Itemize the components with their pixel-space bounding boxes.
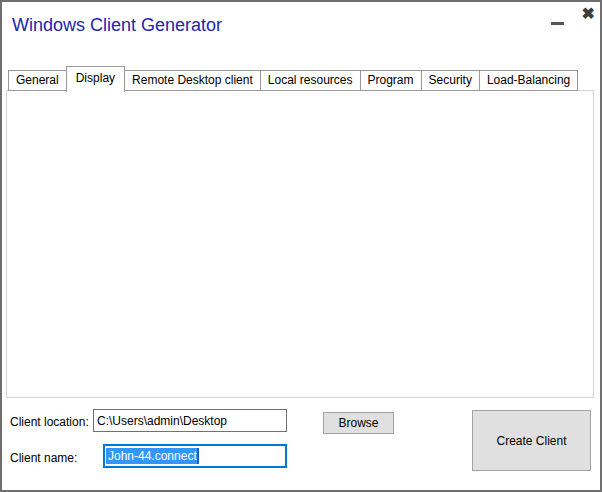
tab-bar: General Display Remote Desktop client Lo… — [8, 70, 578, 96]
tab-load-balancing[interactable]: Load-Balancing — [479, 70, 578, 91]
client-name-input[interactable]: John-44.connect — [103, 444, 287, 468]
tab-local-resources[interactable]: Local resources — [260, 70, 361, 91]
window-title: Windows Client Generator — [12, 15, 222, 36]
browse-button[interactable]: Browse — [323, 412, 394, 434]
client-name-label: Client name: — [10, 451, 77, 465]
tab-security[interactable]: Security — [421, 70, 480, 91]
tab-page-display — [6, 90, 594, 398]
windows-client-generator-window: Windows Client Generator ✖ General Displ… — [0, 0, 602, 492]
close-icon[interactable]: ✖ — [582, 4, 595, 23]
tab-program[interactable]: Program — [360, 70, 422, 91]
tab-general[interactable]: General — [8, 70, 67, 91]
client-location-input[interactable] — [93, 409, 287, 432]
create-client-button[interactable]: Create Client — [472, 410, 591, 471]
text-caret — [197, 448, 199, 464]
selected-text: John-44.connect — [106, 448, 197, 464]
tab-display[interactable]: Display — [66, 66, 125, 92]
minimize-icon[interactable] — [551, 22, 564, 25]
client-location-label: Client location: — [10, 415, 89, 429]
tab-remote-desktop-client[interactable]: Remote Desktop client — [124, 70, 261, 91]
